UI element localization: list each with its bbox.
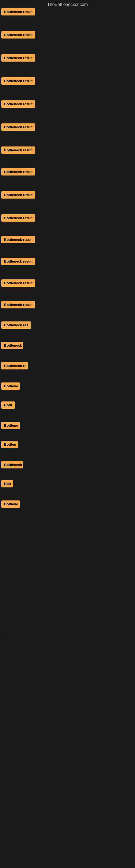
card-row-15: Bottleneck res xyxy=(1,321,31,330)
bottleneck-result-badge[interactable]: Bottleneck result xyxy=(1,100,35,108)
card-row-5: Bottleneck result xyxy=(1,100,35,109)
card-row-1: Bottleneck result xyxy=(1,8,35,17)
bottleneck-result-badge[interactable]: Bottleneck result xyxy=(1,236,35,243)
bottleneck-result-badge[interactable]: Bott xyxy=(1,480,13,488)
bottleneck-result-badge[interactable]: Bottleneck result xyxy=(1,258,35,265)
card-row-18: Bottlene xyxy=(1,382,20,391)
card-row-13: Bottleneck result xyxy=(1,279,35,288)
bottleneck-result-badge[interactable]: Bottleneck result xyxy=(1,168,35,176)
bottleneck-result-badge[interactable]: Bottleneck re xyxy=(1,362,28,369)
card-row-11: Bottleneck result xyxy=(1,236,35,244)
card-row-16: Bottleneck xyxy=(1,342,23,350)
bottleneck-result-badge[interactable]: Bottleneck result xyxy=(1,147,35,154)
card-row-21: Bottlen xyxy=(1,441,18,449)
card-row-17: Bottleneck re xyxy=(1,362,28,371)
bottleneck-result-badge[interactable]: Bottleneck result xyxy=(1,54,35,62)
card-row-8: Bottleneck result xyxy=(1,168,35,177)
card-row-22: Bottleneck xyxy=(1,461,23,469)
card-row-23: Bott xyxy=(1,480,13,489)
bottleneck-result-badge[interactable]: Bottlene xyxy=(1,422,20,429)
bottleneck-result-badge[interactable]: Bottleneck result xyxy=(1,301,35,308)
card-row-2: Bottleneck result xyxy=(1,31,35,40)
card-row-9: Bottleneck result xyxy=(1,191,35,199)
card-row-4: Bottleneck result xyxy=(1,77,35,86)
bottleneck-result-badge[interactable]: Bottleneck result xyxy=(1,31,35,38)
bottleneck-result-badge[interactable]: Bottleneck result xyxy=(1,77,35,85)
bottleneck-result-badge[interactable]: Bottleneck res xyxy=(1,321,31,329)
bottleneck-result-badge[interactable]: Bottleneck result xyxy=(1,8,35,16)
site-title: TheBottlenecker.com xyxy=(0,0,135,8)
card-row-12: Bottleneck result xyxy=(1,258,35,266)
bottleneck-result-badge[interactable]: Bottlen xyxy=(1,441,18,448)
bottleneck-result-badge[interactable]: Bottleneck xyxy=(1,342,23,349)
card-row-10: Bottleneck result xyxy=(1,214,35,223)
bottleneck-result-badge[interactable]: Bottleneck result xyxy=(1,191,35,198)
card-row-3: Bottleneck result xyxy=(1,54,35,63)
card-row-7: Bottleneck result xyxy=(1,147,35,155)
page-container: TheBottlenecker.com Bottleneck resultBot… xyxy=(0,0,135,868)
bottleneck-result-badge[interactable]: Bottleneck xyxy=(1,461,23,468)
card-row-24: Bottlene xyxy=(1,500,20,509)
ellipsis-indicator: ... xyxy=(1,635,6,640)
bottleneck-result-badge[interactable]: Bottlene xyxy=(1,382,20,390)
card-row-20: Bottlene xyxy=(1,422,20,430)
card-row-14: Bottleneck result xyxy=(1,301,35,310)
bottleneck-result-badge[interactable]: Bottlene xyxy=(1,500,20,508)
bottleneck-result-badge[interactable]: Bottleneck result xyxy=(1,214,35,222)
card-row-6: Bottleneck result xyxy=(1,123,35,132)
bottleneck-result-badge[interactable]: Bottleneck result xyxy=(1,279,35,287)
bottleneck-result-badge[interactable]: Bottleneck result xyxy=(1,123,35,131)
bottleneck-result-badge[interactable]: Bottl xyxy=(1,401,15,409)
card-row-19: Bottl xyxy=(1,401,15,410)
